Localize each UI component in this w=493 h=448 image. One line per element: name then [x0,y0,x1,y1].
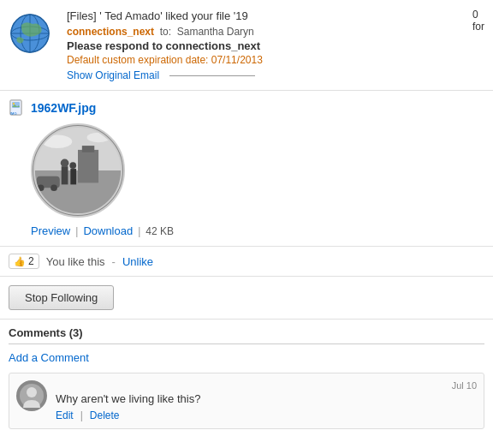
svg-text:IMG: IMG [10,111,17,116]
like-count: 2 [28,255,34,267]
file-thumbnail-container [31,123,484,218]
svg-point-20 [61,159,69,168]
like-text: You like this [46,255,105,268]
notification-content: [Files] ' Ted Amado' liked your file '19… [60,9,484,81]
svg-rect-17 [78,150,98,183]
svg-rect-18 [82,146,94,152]
svg-point-25 [50,185,57,192]
preview-link[interactable]: Preview [31,224,75,237]
like-count-box: 👍 2 [9,254,39,269]
svg-rect-19 [62,166,68,184]
svg-rect-21 [70,169,76,184]
add-comment-link[interactable]: Add a Comment [9,351,484,364]
stop-following-button[interactable]: Stop Following [9,285,114,310]
comment-avatar [16,380,47,411]
file-image-icon: IMG [9,99,26,116]
notification-area: [Files] ' Ted Amado' liked your file '19… [0,0,493,91]
file-section: IMG 1962WF.jpg [0,91,493,247]
comment-actions: Edit | Delete [56,409,477,421]
comment-date: Jul 10 [56,380,477,391]
notification-expiry: Default custom expiration date: 07/11/20… [67,54,484,66]
file-actions: Preview | Download | 42 KB [31,224,484,237]
sender-link[interactable]: connections_next [67,26,154,38]
comment-text: Why aren't we living like this? [56,392,477,405]
svg-point-28 [27,387,37,397]
avatar-svg [20,384,44,408]
notification-title-text: [Files] ' Ted Amado' liked your file '19 [67,9,248,22]
globe-icon [9,12,60,57]
comments-header: Comments (3) [9,326,484,344]
svg-point-9 [13,103,15,105]
like-section: 👍 2 You like this - Unlike [0,247,493,277]
comment-action-sep: | [80,409,83,421]
comments-section: Comments (3) Add a Comment Jul 10 Why ar… [0,320,493,429]
show-original-row: Show Original Email [67,66,484,81]
comment-edit-link[interactable]: Edit [56,409,74,421]
file-thumbnail [31,123,125,218]
notification-to: connections_next to: Samantha Daryn [67,26,484,38]
download-link[interactable]: Download [78,224,138,237]
like-dash: - [112,255,116,268]
stop-following-section: Stop Following [0,277,493,320]
file-name-link[interactable]: 1962WF.jpg [31,101,96,115]
notification-title: [Files] ' Ted Amado' liked your file '19 [67,9,484,24]
comment-body: Jul 10 Why aren't we living like this? E… [56,380,477,421]
notification-bold: Please respond to connections_next [67,39,484,52]
svg-point-22 [69,163,76,170]
unlike-link[interactable]: Unlike [122,255,153,268]
svg-point-15 [43,135,73,148]
comment-item: Jul 10 Why aren't we living like this? E… [9,373,484,429]
file-size: 42 KB [140,225,174,237]
divider-line [169,75,255,76]
right-info: 0 for [472,9,484,33]
thumbnail-svg [33,123,123,218]
comment-delete-link[interactable]: Delete [90,409,120,421]
file-header: IMG 1962WF.jpg [9,99,484,116]
show-original-link[interactable]: Show Original Email [67,69,159,81]
thumbs-up-icon: 👍 [14,256,26,267]
